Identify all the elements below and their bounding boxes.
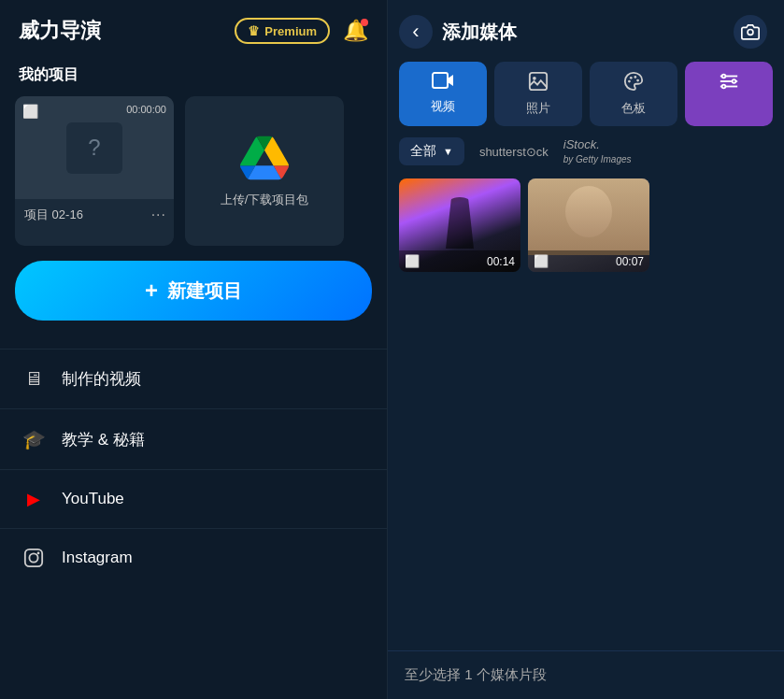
svg-point-10 — [636, 79, 639, 82]
bell-button[interactable]: 🔔 — [343, 19, 368, 43]
upload-label: 上传/下载项目包 — [221, 192, 309, 208]
gdrive-icon — [240, 134, 289, 182]
palette-tab-label: 色板 — [621, 100, 646, 117]
back-button[interactable]: ‹ — [399, 15, 433, 49]
filter-all-label: 全部 — [410, 143, 436, 160]
right-header: ‹ 添加媒体 — [388, 0, 784, 62]
svg-point-9 — [634, 76, 636, 78]
svg-rect-5 — [530, 73, 547, 90]
thumb-duration-2: 00:07 — [616, 255, 644, 268]
filter-row: 全部 ▼ shutterst⊙ck iStock.by Getty Images — [388, 137, 784, 178]
filter-tab-icon — [719, 71, 739, 96]
video-tab-label: 视频 — [431, 98, 455, 115]
media-thumb-1[interactable]: ⬜ 00:14 — [399, 178, 520, 272]
palette-tab-icon — [623, 71, 644, 96]
notification-dot — [361, 19, 368, 26]
left-menu: 🖥 制作的视频 🎓 教学 & 秘籍 ▶ YouTube Instagram — [0, 349, 387, 587]
plus-icon: + — [145, 278, 158, 304]
svg-point-8 — [630, 77, 633, 79]
left-panel: 威力导演 ♛ Premium 🔔 我的项目 ⬜ 00:00:00 ? 项目 02… — [0, 0, 388, 699]
thumb-overlay-2: ⬜ 00:07 — [528, 250, 649, 272]
svg-rect-0 — [25, 549, 42, 566]
new-project-button[interactable]: + 新建项目 — [15, 261, 372, 321]
right-panel: ‹ 添加媒体 视频 — [388, 0, 784, 699]
premium-label: Premium — [264, 24, 317, 38]
svg-rect-4 — [433, 73, 448, 88]
photo-tab-label: 照片 — [526, 100, 550, 117]
photo-tab-icon — [528, 71, 549, 96]
svg-point-1 — [29, 553, 37, 562]
filter-all-button[interactable]: 全部 ▼ — [399, 137, 464, 165]
youtube-icon: ▶ — [22, 489, 45, 509]
shutterstock-label: shutterst⊙ck — [479, 145, 549, 159]
istock-label: iStock.by Getty Images — [563, 137, 632, 165]
menu-label-youtube: YouTube — [62, 490, 124, 508]
instagram-icon — [22, 548, 45, 568]
project-footer: 项目 02-16 ··· — [15, 199, 174, 229]
thumb-duration-1: 00:14 — [487, 255, 515, 268]
thumb-film-icon-1: ⬜ — [405, 254, 420, 268]
app-title: 威力导演 — [19, 17, 101, 45]
media-tabs: 视频 照片 色板 — [388, 62, 784, 137]
crown-icon: ♛ — [248, 23, 260, 38]
new-project-label: 新建项目 — [167, 278, 242, 304]
header-right: ♛ Premium 🔔 — [235, 18, 368, 44]
bottom-status: 至少选择 1 个媒体片段 — [388, 650, 784, 699]
svg-point-12 — [733, 79, 736, 83]
thumb-overlay-1: ⬜ 00:14 — [399, 250, 520, 272]
svg-point-7 — [628, 80, 631, 83]
media-grid: ⬜ 00:14 ⬜ 00:07 — [388, 178, 784, 272]
project-name: 项目 02-16 — [24, 207, 83, 223]
video-tab-icon — [432, 71, 454, 94]
svg-point-13 — [722, 85, 726, 89]
graduation-icon: 🎓 — [22, 428, 45, 450]
projects-grid: ⬜ 00:00:00 ? 项目 02-16 ··· 上传/下载项目包 — [0, 96, 387, 261]
monitor-icon: 🖥 — [22, 368, 45, 390]
right-header-left: ‹ 添加媒体 — [399, 15, 517, 49]
tab-filter[interactable] — [685, 62, 773, 126]
my-projects-title: 我的项目 — [0, 58, 387, 96]
menu-item-produced[interactable]: 🖥 制作的视频 — [0, 349, 387, 408]
tab-palette[interactable]: 色板 — [590, 62, 677, 126]
face-bg — [528, 178, 649, 255]
menu-label-instagram: Instagram — [62, 549, 133, 567]
status-text: 至少选择 1 个媒体片段 — [405, 666, 547, 682]
svg-point-6 — [533, 77, 536, 80]
project-card-1[interactable]: ⬜ 00:00:00 ? 项目 02-16 ··· — [15, 96, 174, 246]
project-duration: 00:00:00 — [126, 104, 166, 115]
left-header: 威力导演 ♛ Premium 🔔 — [0, 0, 387, 58]
svg-point-11 — [722, 75, 726, 78]
menu-item-tutorial[interactable]: 🎓 教学 & 秘籍 — [0, 408, 387, 469]
upload-card[interactable]: 上传/下载项目包 — [185, 96, 344, 246]
chevron-down-icon: ▼ — [443, 146, 453, 157]
svg-point-2 — [37, 552, 40, 555]
camera-button[interactable] — [734, 15, 767, 49]
silhouette — [446, 197, 474, 249]
menu-item-youtube[interactable]: ▶ YouTube — [0, 469, 387, 528]
premium-badge[interactable]: ♛ Premium — [235, 18, 330, 44]
face-shape — [565, 186, 612, 237]
tab-video[interactable]: 视频 — [399, 62, 487, 126]
menu-label-produced: 制作的视频 — [62, 368, 141, 390]
right-title: 添加媒体 — [442, 20, 517, 45]
svg-point-3 — [748, 30, 753, 36]
media-thumb-2[interactable]: ⬜ 00:07 — [528, 178, 649, 272]
menu-label-tutorial: 教学 & 秘籍 — [62, 429, 145, 450]
thumb-film-icon-2: ⬜ — [534, 254, 549, 268]
film-icon: ⬜ — [22, 104, 38, 119]
menu-item-instagram[interactable]: Instagram — [0, 528, 387, 587]
tab-photo[interactable]: 照片 — [494, 62, 582, 126]
camera-icon — [741, 23, 760, 40]
more-options-button[interactable]: ··· — [151, 207, 166, 223]
question-mark: ? — [66, 122, 122, 174]
